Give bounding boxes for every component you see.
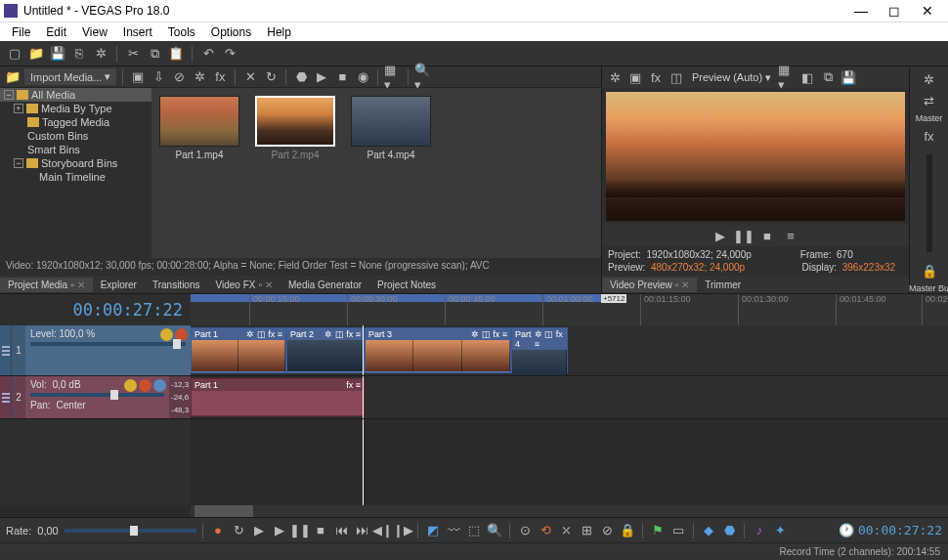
prev-frame-icon[interactable]: ◀❙ <box>373 522 391 539</box>
media-thumb[interactable]: Part 4.mp4 <box>351 96 431 160</box>
level-slider[interactable] <box>30 342 186 346</box>
new-icon[interactable]: ▢ <box>6 45 23 63</box>
tab-media-generator[interactable]: Media Generator <box>280 278 369 292</box>
envelope-icon[interactable]: 〰 <box>445 522 462 539</box>
video-track-content[interactable]: Part 1✲ ◫ fx ≡ Part 2✲ ◫ fx ≡ Part 3✲ ◫ … <box>191 325 948 375</box>
clip-part1[interactable]: Part 1✲ ◫ fx ≡ <box>191 327 286 373</box>
undo-icon[interactable]: ↶ <box>199 45 217 63</box>
tab-project-media[interactable]: Project Media ▫ ✕ <box>0 278 93 292</box>
next-frame-icon[interactable]: ❙▶ <box>394 522 411 539</box>
refresh-icon[interactable]: ↻ <box>262 68 280 86</box>
select-icon[interactable]: ⬚ <box>465 522 483 539</box>
tab-video-fx[interactable]: Video FX ▫ ✕ <box>207 278 280 292</box>
get-media-icon[interactable]: ⇩ <box>150 68 167 86</box>
tab-project-notes[interactable]: Project Notes <box>369 278 444 292</box>
overlay-icon[interactable]: ◧ <box>798 68 816 86</box>
stop-icon[interactable]: ■ <box>312 522 329 539</box>
menu-tools[interactable]: Tools <box>160 23 203 41</box>
play-button[interactable]: ▶ <box>711 227 729 244</box>
remove-icon[interactable]: ⊘ <box>170 68 188 86</box>
folder-icon[interactable]: 📁 <box>4 68 22 86</box>
auto-preview-icon[interactable]: ◉ <box>354 68 371 86</box>
audio-track-header[interactable]: 2 Vol:0,0 dB Pan:Center -12,3-24,6-48,3 <box>0 376 191 418</box>
audio-track-content[interactable]: Part 1fx ≡ <box>191 376 948 418</box>
split-icon[interactable]: ◫ <box>668 68 685 86</box>
preview-mode[interactable]: Preview (Auto) ▾ <box>688 71 775 84</box>
fx-icon[interactable]: fx <box>211 68 229 86</box>
close-button[interactable]: ✕ <box>911 0 944 22</box>
timeline-scrollbar[interactable] <box>191 505 948 517</box>
tab-transitions[interactable]: Transitions <box>145 278 208 292</box>
vol-slider[interactable] <box>30 393 164 397</box>
region-icon[interactable]: ▭ <box>669 522 687 539</box>
gear-icon[interactable]: ✲ <box>606 68 624 86</box>
menu-file[interactable]: File <box>4 23 38 41</box>
save-icon[interactable]: 💾 <box>49 45 66 63</box>
pause-icon[interactable]: ❚❚ <box>291 522 309 539</box>
mixer-icon[interactable]: ⇄ <box>921 92 938 109</box>
menu-edit[interactable]: Edit <box>38 23 74 41</box>
grid-icon[interactable]: ▦ ▾ <box>778 68 796 86</box>
media-thumb[interactable]: Part 1.mp4 <box>159 96 239 160</box>
fx-icon[interactable]: fx <box>921 127 938 145</box>
auto-crossfade-icon[interactable]: ⤫ <box>557 522 575 539</box>
stop-icon[interactable]: ■ <box>333 68 351 86</box>
import-media-button[interactable]: Import Media... ▾ <box>24 68 116 85</box>
tab-master-bus[interactable]: Master Bu <box>909 283 948 293</box>
tree-all-media[interactable]: −All Media <box>0 88 151 102</box>
marker-icon[interactable]: ⚑ <box>649 522 667 539</box>
external-icon[interactable]: ▣ <box>626 68 644 86</box>
ignore-event-icon[interactable]: ⊘ <box>598 522 616 539</box>
tab-video-preview[interactable]: Video Preview ▫ ✕ <box>602 278 697 292</box>
tag-icon[interactable]: ⬣ <box>292 68 310 86</box>
lock-icon[interactable]: 🔒 <box>619 522 636 539</box>
go-start-icon[interactable]: ⏮ <box>332 522 350 539</box>
playhead[interactable] <box>363 419 364 505</box>
media-thumb[interactable]: Part 2.mp4 <box>255 96 335 160</box>
rate-slider[interactable] <box>65 529 196 533</box>
props-icon[interactable]: ✲ <box>191 68 208 86</box>
play-icon[interactable]: ▶ <box>313 68 330 86</box>
tree-custom-bins[interactable]: Custom Bins <box>0 129 151 143</box>
loop-icon[interactable]: ↻ <box>230 522 247 539</box>
copy-icon[interactable]: ⧉ <box>146 45 163 63</box>
video-track-header[interactable]: 1 Level: 100,0 % <box>0 325 191 375</box>
clip-part3[interactable]: Part 3✲ ◫ fx ≡ <box>365 327 511 373</box>
go-end-icon[interactable]: ⏭ <box>353 522 370 539</box>
render-icon[interactable]: ⎘ <box>70 45 88 63</box>
tool-icon[interactable]: ✦ <box>771 522 789 539</box>
tab-trimmer[interactable]: Trimmer <box>697 278 749 292</box>
redo-icon[interactable]: ↷ <box>221 45 238 63</box>
tree-smart-bins[interactable]: Smart Bins <box>0 143 151 156</box>
properties-icon[interactable]: ✲ <box>92 45 109 63</box>
capture-icon[interactable]: ▣ <box>129 68 147 86</box>
solo-icon[interactable] <box>139 379 151 392</box>
menu-icon[interactable]: ≡ <box>782 227 799 244</box>
lock-envelopes-icon[interactable]: ⊞ <box>578 522 595 539</box>
preview-display[interactable] <box>606 92 905 221</box>
copy-snapshot-icon[interactable]: ⧉ <box>819 68 837 86</box>
audio-clip[interactable]: Part 1fx ≡ <box>191 378 365 416</box>
play-start-icon[interactable]: ▶ <box>250 522 268 539</box>
snap-icon[interactable]: ⊙ <box>516 522 534 539</box>
clip-part2[interactable]: Part 2✲ ◫ fx ≡ <box>286 327 365 373</box>
tree-storyboard-bins[interactable]: −Storyboard Bins <box>0 156 151 170</box>
empty-track-area[interactable] <box>191 419 948 505</box>
open-icon[interactable]: 📁 <box>27 45 45 63</box>
tree-tagged-media[interactable]: Tagged Media <box>0 115 151 129</box>
playhead[interactable] <box>363 325 364 375</box>
auto-ripple-icon[interactable]: ⟲ <box>537 522 554 539</box>
normal-edit-icon[interactable]: ◩ <box>424 522 442 539</box>
stop-button[interactable]: ■ <box>758 227 776 244</box>
record-icon[interactable] <box>153 379 166 392</box>
delete-icon[interactable]: ✕ <box>241 68 259 86</box>
mute-icon[interactable] <box>124 379 137 392</box>
views-icon[interactable]: ▦ ▾ <box>384 68 402 86</box>
menu-insert[interactable]: Insert <box>115 23 160 41</box>
playhead[interactable] <box>363 376 364 418</box>
pause-button[interactable]: ❚❚ <box>735 227 753 244</box>
record-icon[interactable]: ● <box>209 522 227 539</box>
mute-icon[interactable] <box>160 328 173 341</box>
play-icon[interactable]: ▶ <box>271 522 288 539</box>
tool-icon[interactable]: ◆ <box>700 522 717 539</box>
